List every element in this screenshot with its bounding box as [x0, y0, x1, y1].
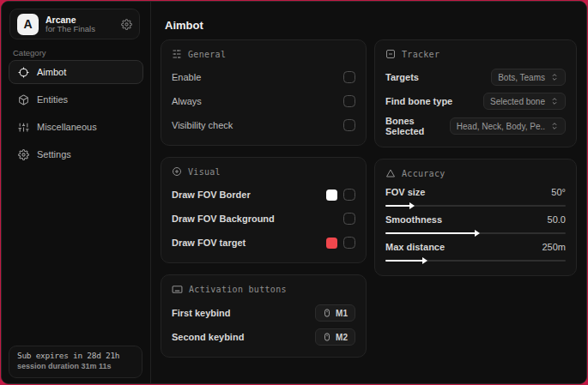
triangle-icon	[385, 168, 396, 178]
sidebar-item-label: Settings	[37, 149, 71, 159]
sidebar-item-label: Miscellaneous	[37, 122, 97, 132]
panel-title: Tracker	[402, 50, 439, 59]
keybind-value: M1	[336, 309, 348, 318]
tracker-panel: Tracker Targets Bots, Teams Find bone ty…	[374, 39, 577, 147]
main-content: Aimbot General Enable Always	[151, 2, 586, 383]
slider-fill	[385, 232, 476, 234]
activation-panel-header: Activation buttons	[172, 284, 355, 295]
sidebar-nav: Aimbot Entities Miscellaneous Settings	[9, 60, 143, 170]
sidebar-item-label: Entities	[37, 94, 68, 105]
sidebar-item-settings[interactable]: Settings	[9, 142, 143, 166]
max-distance-slider-row: Max distance 250m	[385, 242, 566, 262]
setting-row: Bones Selected Head, Neck, Body, Pe..	[385, 116, 566, 136]
setting-row: Targets Bots, Teams	[385, 68, 566, 87]
setting-row: Always	[172, 92, 355, 111]
setting-label: Second keybind	[172, 332, 244, 342]
mouse-icon	[323, 308, 331, 318]
panel-title: Activation buttons	[189, 285, 287, 294]
slider-value: 250m	[542, 242, 566, 252]
setting-row: Enable	[172, 68, 355, 87]
setting-label: Max distance	[385, 242, 445, 252]
keyboard-icon	[172, 284, 183, 295]
draw-fov-border-checkbox[interactable]	[343, 189, 355, 201]
smoothness-slider-row: Smoothness 50.0	[385, 214, 566, 234]
targets-select[interactable]: Bots, Teams	[491, 69, 566, 86]
setting-label: FOV size	[385, 187, 425, 197]
right-column: Tracker Targets Bots, Teams Find bone ty…	[374, 39, 577, 287]
general-panel: General Enable Always Visibility check	[161, 39, 367, 146]
accuracy-panel: Accuracy FOV size 50° Smoothness 50.0	[374, 159, 577, 276]
select-value: Bots, Teams	[498, 73, 545, 82]
panel-title: Visual	[188, 167, 221, 177]
panel-title: General	[188, 50, 226, 59]
sidebar-item-label: Aimbot	[37, 67, 66, 77]
sub-expiry-text: Sub expires in 28d 21h	[17, 351, 134, 360]
left-column: General Enable Always Visibility check	[161, 39, 367, 369]
tracker-panel-header: Tracker	[385, 49, 566, 59]
accuracy-panel-header: Accuracy	[385, 168, 566, 178]
setting-label: Smoothness	[385, 214, 442, 225]
circle-plus-icon	[172, 166, 182, 177]
square-minus-icon	[385, 49, 396, 59]
sidebar: A Arcane for The Finals Category Aimbot	[2, 2, 151, 383]
setting-row: Draw FOV Background	[172, 209, 355, 228]
setting-label: Bones Selected	[385, 116, 450, 136]
sidebar-item-entities[interactable]: Entities	[9, 87, 143, 111]
setting-row: Draw FOV Border	[172, 185, 355, 204]
always-checkbox[interactable]	[343, 95, 355, 107]
setting-label: Visibility check	[172, 120, 233, 130]
slider-fill	[385, 205, 410, 207]
find-bone-type-select[interactable]: Selected bone	[483, 93, 566, 110]
second-keybind-button[interactable]: M2	[315, 328, 355, 346]
select-value: Head, Neck, Body, Pe..	[457, 122, 545, 131]
brand-text: Arcane for The Finals	[45, 15, 114, 34]
chevrons-up-down-icon	[550, 97, 559, 105]
brand-logo: A	[17, 14, 39, 35]
draw-fov-background-checkbox[interactable]	[343, 213, 355, 225]
chevrons-up-down-icon	[550, 122, 559, 130]
visual-panel: Visual Draw FOV Border Draw FOV Backgrou…	[161, 157, 367, 263]
setting-label: Draw FOV target	[172, 238, 246, 248]
setting-row: First keybind M1	[172, 304, 355, 322]
session-duration-text: session duration 31m 11s	[17, 362, 134, 370]
brand-title: Arcane	[45, 15, 114, 25]
setting-label: Targets	[385, 72, 419, 82]
gear-icon	[18, 149, 29, 160]
sidebar-item-aimbot[interactable]: Aimbot	[9, 60, 143, 84]
fov-border-color-swatch[interactable]	[326, 189, 337, 201]
gear-icon[interactable]	[121, 19, 132, 30]
keybind-value: M2	[336, 333, 348, 342]
setting-label: Draw FOV Background	[172, 214, 275, 224]
setting-label: First keybind	[172, 308, 230, 318]
visibility-check-checkbox[interactable]	[343, 119, 355, 131]
first-keybind-button[interactable]: M1	[315, 304, 355, 322]
visual-panel-header: Visual	[172, 166, 355, 177]
setting-row: Draw FOV target	[172, 233, 355, 252]
slider-value: 50°	[551, 187, 566, 197]
bones-selected-select[interactable]: Head, Neck, Body, Pe..	[450, 117, 566, 135]
fov-size-slider[interactable]	[385, 205, 566, 207]
app-window: A Arcane for The Finals Category Aimbot	[1, 1, 587, 384]
setting-row: Find bone type Selected bone	[385, 92, 566, 111]
entities-icon	[18, 94, 29, 105]
draw-fov-target-checkbox[interactable]	[343, 237, 355, 249]
category-label: Category	[13, 48, 46, 57]
activation-panel: Activation buttons First keybind M1 Seco…	[161, 274, 367, 358]
sidebar-item-miscellaneous[interactable]: Miscellaneous	[9, 115, 143, 139]
subscription-card: Sub expires in 28d 21h session duration …	[9, 346, 142, 378]
chevrons-up-down-icon	[550, 73, 559, 81]
crosshair-icon	[18, 67, 29, 78]
setting-row: Second keybind M2	[172, 328, 355, 346]
smoothness-slider[interactable]	[385, 232, 566, 234]
enable-checkbox[interactable]	[343, 71, 355, 83]
select-value: Selected bone	[490, 97, 545, 106]
max-distance-slider[interactable]	[385, 260, 566, 262]
sliders-horizontal-icon	[172, 49, 182, 59]
slider-value: 50.0	[548, 214, 566, 225]
fov-target-color-swatch[interactable]	[326, 238, 337, 249]
setting-label: Always	[172, 96, 202, 106]
setting-label: Find bone type	[385, 96, 452, 106]
sliders-icon	[18, 122, 29, 133]
panel-title: Accuracy	[402, 169, 446, 178]
brand-subtitle: for The Finals	[45, 25, 114, 34]
